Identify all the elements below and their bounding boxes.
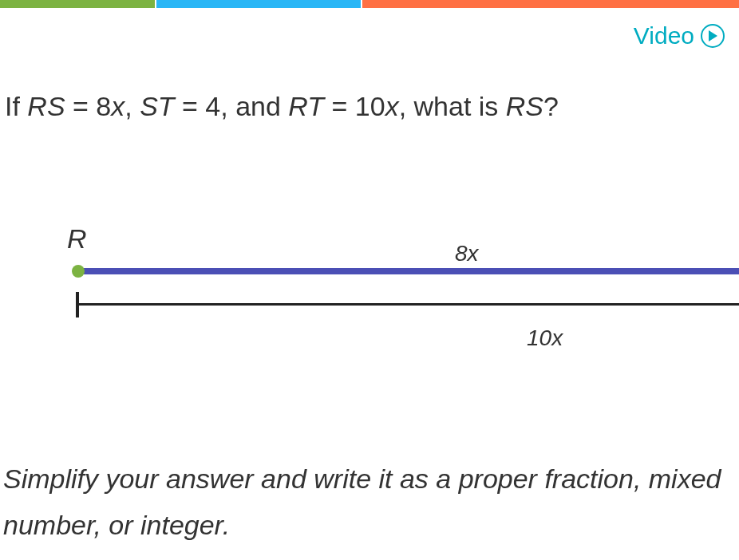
length-10x-label: 10x — [527, 325, 563, 351]
progress-bars — [0, 0, 739, 8]
point-R-label: R — [67, 223, 87, 254]
play-icon — [701, 24, 725, 48]
var-RS: RS — [27, 91, 65, 121]
text: = 10 — [324, 91, 385, 121]
progress-bar-blue — [155, 0, 362, 8]
text: = 8 — [65, 91, 112, 121]
progress-bar-green — [0, 0, 155, 8]
length-8x-label: 8x — [455, 241, 479, 266]
measure-line-black — [77, 303, 739, 306]
text: , — [124, 91, 140, 121]
text: If — [5, 91, 27, 121]
var-ST: ST — [140, 91, 174, 121]
var-RT: RT — [288, 91, 324, 121]
text: ? — [543, 91, 559, 121]
svg-marker-0 — [709, 30, 717, 41]
video-link[interactable]: Video — [634, 22, 725, 49]
instruction-text: Simplify your answer and write it as a p… — [3, 456, 731, 549]
text: , what is — [399, 91, 506, 121]
var-x: x — [385, 91, 399, 121]
segment-line-blue — [77, 268, 739, 274]
text: = 4, and — [175, 91, 289, 121]
point-R-dot — [72, 265, 85, 278]
var-RS: RS — [506, 91, 543, 121]
var-x: x — [111, 91, 124, 121]
segment-diagram: R 8x 10x — [64, 223, 739, 367]
progress-bar-orange — [362, 0, 739, 8]
video-label: Video — [634, 22, 694, 49]
question-text: If RS = 8x, ST = 4, and RT = 10x, what i… — [5, 86, 723, 127]
